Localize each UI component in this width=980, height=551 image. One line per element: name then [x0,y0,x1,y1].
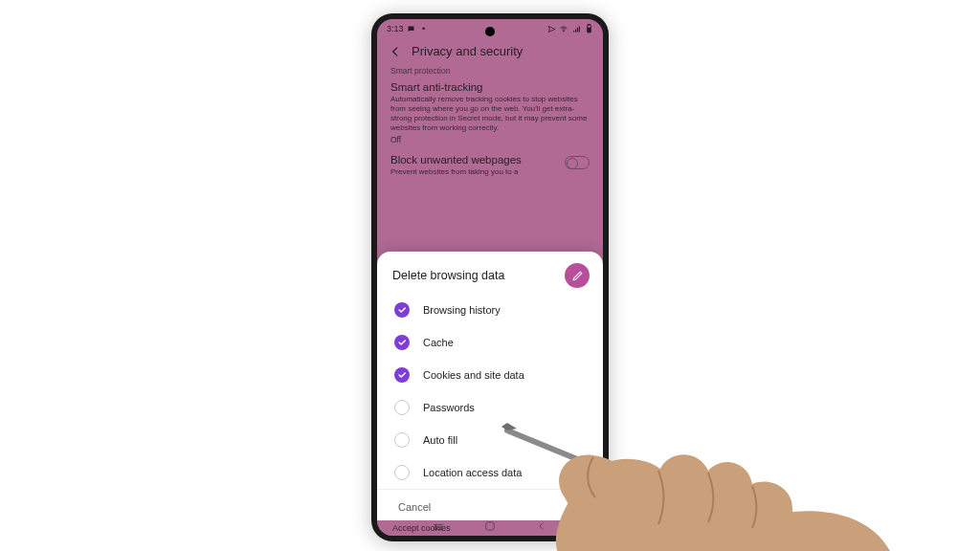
nav-back-icon[interactable] [536,518,547,536]
svg-rect-3 [588,28,590,33]
svg-point-0 [564,31,565,32]
checkbox-checked-icon[interactable] [394,302,410,318]
system-nav-bar [377,520,603,534]
option-row[interactable]: Auto fill [377,424,603,456]
toggle-switch[interactable] [565,156,590,169]
option-label: Browsing history [423,304,501,316]
more-icon: • [419,24,429,33]
phone-frame: 3:13 • [371,13,609,541]
option-row[interactable]: Cache [377,326,603,359]
option-row[interactable]: Cookies and site data [377,359,603,391]
option-row[interactable]: Location access data [377,456,603,489]
delete-browsing-data-sheet: Delete browsing data Browsing historyCac… [377,252,603,520]
signal-icon [571,24,581,33]
section-label-smart-protection: Smart protection [390,66,590,76]
setting-desc: Automatically remove tracking cookies to… [390,95,590,133]
message-icon [407,24,416,33]
option-label: Passwords [423,402,475,413]
back-icon[interactable] [389,45,402,58]
send-icon [546,24,556,33]
page-title: Privacy and security [412,44,523,58]
checkbox-unchecked-icon[interactable] [394,400,410,415]
option-label: Cache [423,337,454,348]
checkbox-checked-icon[interactable] [394,367,410,383]
cancel-button[interactable]: Cancel [398,501,431,513]
checkbox-checked-icon[interactable] [394,335,410,350]
setting-smart-anti-tracking[interactable]: Smart anti-tracking Automatically remove… [390,81,590,144]
option-label: Cookies and site data [423,369,524,381]
option-label: Location access data [423,467,522,478]
page-header: Privacy and security [377,38,603,66]
option-row[interactable]: Passwords [377,391,603,424]
sheet-actions: Cancel [377,489,603,517]
option-row[interactable]: Browsing history [377,294,603,326]
phone-screen: 3:13 • [377,19,603,536]
setting-block-unwanted-pages[interactable]: Block unwanted webpages Prevent websites… [390,154,590,177]
sheet-title: Delete browsing data [392,269,504,282]
nav-recents-icon[interactable] [433,518,444,536]
option-label: Auto fill [423,434,457,446]
battery-icon [584,24,593,33]
setting-title: Smart anti-tracking [390,81,590,93]
wifi-icon [559,24,568,33]
checkbox-unchecked-icon[interactable] [394,465,410,480]
settings-body: Smart protection Smart anti-tracking Aut… [377,66,603,177]
setting-title: Block unwanted webpages [390,154,522,165]
svg-rect-2 [588,24,590,25]
setting-desc: Prevent websites from taking you to a [390,167,522,177]
status-time: 3:13 [387,24,404,33]
nav-home-icon[interactable] [484,518,496,536]
sheet-options: Browsing historyCacheCookies and site da… [377,294,603,489]
setting-state: Off [390,135,590,144]
checkbox-unchecked-icon[interactable] [394,432,410,448]
svg-rect-7 [486,522,494,530]
edit-button[interactable] [565,263,590,288]
pencil-icon [571,270,584,282]
camera-hole [485,27,495,36]
